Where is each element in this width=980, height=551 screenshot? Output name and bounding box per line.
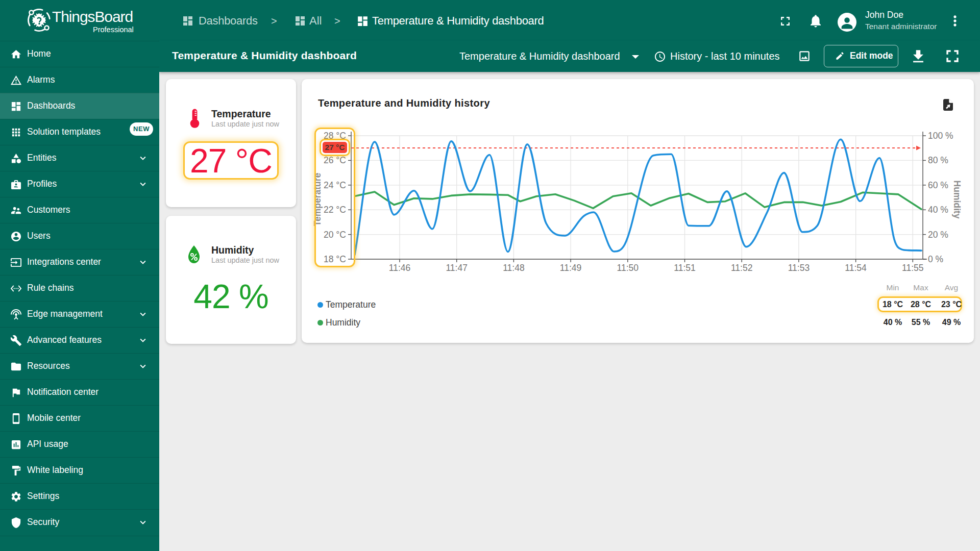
svg-text:11:49: 11:49: [560, 263, 582, 273]
svg-text:80 %: 80 %: [928, 155, 948, 165]
svg-text:11:46: 11:46: [389, 263, 411, 273]
svg-text:11:47: 11:47: [446, 263, 468, 273]
svg-text:11:53: 11:53: [788, 263, 810, 273]
svg-text:40 %: 40 %: [928, 205, 948, 215]
svg-text:60 %: 60 %: [928, 180, 948, 190]
svg-text:20 %: 20 %: [928, 230, 948, 240]
svg-text:0 %: 0 %: [928, 254, 943, 264]
svg-text:11:48: 11:48: [503, 263, 525, 273]
svg-text:11:50: 11:50: [617, 263, 639, 273]
svg-text:11:55: 11:55: [902, 263, 924, 273]
svg-text:11:52: 11:52: [731, 263, 753, 273]
svg-text:Humidity: Humidity: [952, 181, 962, 219]
svg-text:100 %: 100 %: [928, 131, 953, 141]
svg-text:11:54: 11:54: [845, 263, 867, 273]
svg-text:11:51: 11:51: [674, 263, 696, 273]
